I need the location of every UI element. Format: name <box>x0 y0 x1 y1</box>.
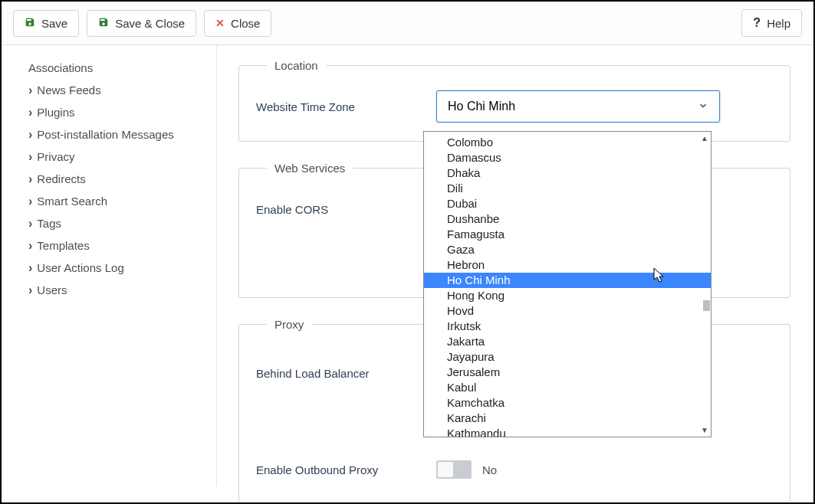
timezone-option[interactable]: Gaza <box>424 242 711 257</box>
chevron-right-icon: › <box>28 129 32 141</box>
save-label: Save <box>41 17 67 30</box>
timezone-option[interactable]: Irkutsk <box>424 319 711 334</box>
help-label: Help <box>767 17 790 30</box>
sidebar-item-label: Tags <box>37 217 61 230</box>
label-website-timezone: Website Time Zone <box>256 100 436 113</box>
timezone-option[interactable]: Dubai <box>424 196 711 211</box>
timezone-option[interactable]: Dushanbe <box>424 211 711 227</box>
timezone-option[interactable]: Dhaka <box>424 165 711 181</box>
timezone-dropdown[interactable]: ▲ ▼ ColomboDamascusDhakaDiliDubaiDushanb… <box>423 131 711 437</box>
outbound-proxy-toggle[interactable] <box>436 460 472 479</box>
sidebar-item-label: Post-installation Messages <box>37 128 173 141</box>
chevron-right-icon: › <box>28 173 32 185</box>
chevron-down-icon <box>698 100 708 113</box>
sidebar-item-label: Plugins <box>37 106 74 119</box>
sidebar-item-news-feeds[interactable]: ›News Feeds <box>28 79 201 101</box>
timezone-option[interactable]: Colombo <box>424 135 711 150</box>
timezone-option[interactable]: Jerusalem <box>424 365 711 380</box>
chevron-right-icon: › <box>28 240 32 252</box>
sidebar-item-plugins[interactable]: ›Plugins <box>28 101 201 123</box>
scrollbar-thumb[interactable] <box>703 300 710 311</box>
chevron-right-icon: › <box>28 151 32 163</box>
sidebar-item-label: Redirects <box>37 172 85 185</box>
sidebar-item-smart-search[interactable]: ›Smart Search <box>28 190 201 212</box>
label-enable-outbound-proxy: Enable Outbound Proxy <box>256 463 436 476</box>
chevron-right-icon: › <box>28 218 32 230</box>
close-icon: ✕ <box>215 17 225 29</box>
timezone-option[interactable]: Kathmandu <box>424 426 711 437</box>
sidebar-item-label: User Actions Log <box>37 261 123 274</box>
timezone-option[interactable]: Hovd <box>424 303 711 319</box>
timezone-value: Ho Chi Minh <box>448 100 515 113</box>
chevron-right-icon: › <box>28 284 32 296</box>
save-button[interactable]: Save <box>13 10 79 37</box>
save-close-button[interactable]: Save & Close <box>87 10 196 37</box>
sidebar-item-post-installation-messages[interactable]: ›Post-installation Messages <box>28 123 201 146</box>
sidebar-item-associations[interactable]: Associations <box>28 57 201 79</box>
timezone-option[interactable]: Ho Chi Minh <box>424 273 711 288</box>
legend-proxy: Proxy <box>267 318 311 331</box>
sidebar-item-label: Users <box>37 283 67 296</box>
sidebar-item-tags[interactable]: ›Tags <box>28 212 201 234</box>
sidebar-item-label: News Feeds <box>37 83 100 97</box>
chevron-right-icon: › <box>28 195 32 208</box>
close-button[interactable]: ✕ Close <box>204 10 271 37</box>
sidebar-item-users[interactable]: ›Users <box>28 279 201 301</box>
sidebar-item-redirects[interactable]: ›Redirects <box>28 168 201 190</box>
toolbar: Save Save & Close ✕ Close ? Help <box>2 2 813 45</box>
outbound-proxy-value: No <box>482 463 497 476</box>
timezone-option[interactable]: Hong Kong <box>424 288 711 303</box>
sidebar-item-label: Associations <box>28 61 93 74</box>
close-label: Close <box>231 17 260 30</box>
timezone-option[interactable]: Kamchatka <box>424 395 711 411</box>
help-icon: ? <box>753 16 761 30</box>
timezone-option[interactable]: Karachi <box>424 411 711 426</box>
timezone-option[interactable]: Jakarta <box>424 334 711 349</box>
label-enable-cors: Enable CORS <box>256 203 436 216</box>
sidebar-item-templates[interactable]: ›Templates <box>28 234 201 257</box>
timezone-option[interactable]: Kabul <box>424 380 711 395</box>
help-button[interactable]: ? Help <box>741 9 802 37</box>
sidebar-item-label: Privacy <box>37 150 74 163</box>
timezone-option[interactable]: Jayapura <box>424 349 711 365</box>
timezone-option[interactable]: Hebron <box>424 257 711 273</box>
timezone-option[interactable]: Dili <box>424 181 711 196</box>
scroll-up-icon[interactable]: ▲ <box>701 134 708 142</box>
sidebar-item-label: Templates <box>37 239 89 252</box>
chevron-right-icon: › <box>28 262 32 274</box>
chevron-right-icon: › <box>28 106 32 119</box>
sidebar-item-user-actions-log[interactable]: ›User Actions Log <box>28 257 201 279</box>
fieldset-location: Location Website Time Zone Ho Chi Minh <box>238 59 790 142</box>
label-behind-load-balancer: Behind Load Balancer <box>256 367 436 380</box>
timezone-option[interactable]: Famagusta <box>424 227 711 242</box>
save-close-label: Save & Close <box>115 17 185 30</box>
scroll-down-icon[interactable]: ▼ <box>701 426 708 434</box>
save-icon <box>25 17 35 30</box>
sidebar: Associations›News Feeds›Plugins›Post-ins… <box>2 45 216 502</box>
timezone-option[interactable]: Damascus <box>424 150 711 165</box>
save-icon <box>98 17 109 30</box>
legend-location: Location <box>267 59 326 72</box>
chevron-right-icon: › <box>28 84 32 97</box>
legend-web-services: Web Services <box>267 162 353 175</box>
sidebar-item-label: Smart Search <box>37 195 107 208</box>
sidebar-item-privacy[interactable]: ›Privacy <box>28 146 201 168</box>
timezone-select[interactable]: Ho Chi Minh <box>436 90 720 123</box>
